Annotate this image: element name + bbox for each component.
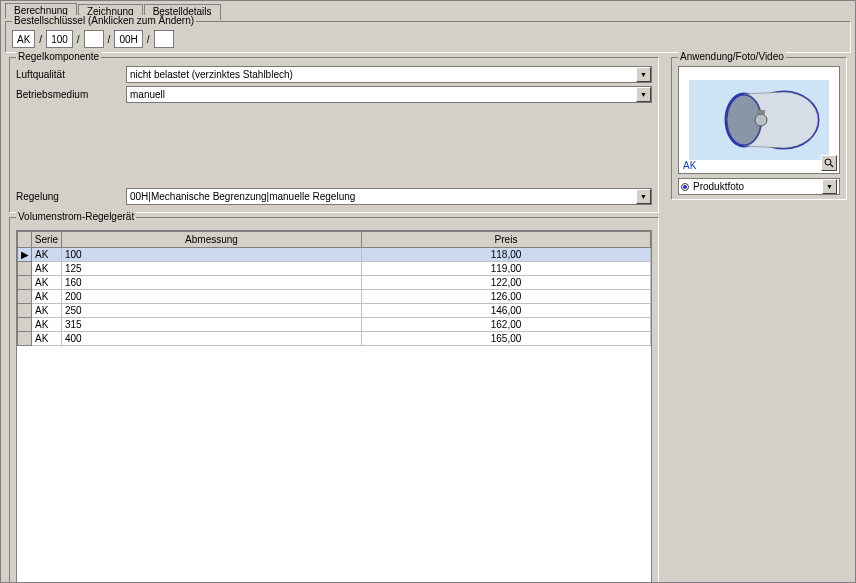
luftqualitaet-select[interactable]: nicht belastet (verzinktes Stahlblech) ▼: [126, 66, 652, 83]
table-row[interactable]: AK125119,00: [18, 262, 651, 276]
table-row[interactable]: AK315162,00: [18, 318, 651, 332]
cell-preis: 146,00: [362, 304, 651, 318]
orderkey-part-3[interactable]: 00H: [114, 30, 142, 48]
col-preis[interactable]: Preis: [362, 232, 651, 248]
row-marker: [18, 262, 32, 276]
regelung-select[interactable]: 00H|Mechanische Begrenzung|manuelle Rege…: [126, 188, 652, 205]
cell-serie: AK: [32, 290, 62, 304]
row-marker: [18, 318, 32, 332]
media-legend: Anwendung/Foto/Video: [678, 51, 786, 62]
price-table-container: Serie Abmessung Preis ▶AK100118,00AK1251…: [16, 230, 652, 583]
svg-point-5: [825, 159, 831, 165]
table-row[interactable]: AK400165,00: [18, 332, 651, 346]
product-caption: AK: [683, 160, 696, 171]
table-row[interactable]: AK250146,00: [18, 304, 651, 318]
cell-serie: AK: [32, 262, 62, 276]
chevron-down-icon: ▼: [636, 87, 651, 102]
regelkomponente-legend: Regelkomponente: [16, 51, 101, 62]
row-marker: [18, 332, 32, 346]
cell-serie: AK: [32, 332, 62, 346]
media-type-label: Produktfoto: [693, 181, 818, 192]
betriebsmedium-label: Betriebsmedium: [16, 89, 126, 100]
cell-preis: 162,00: [362, 318, 651, 332]
svg-line-6: [830, 164, 833, 167]
orderkey-part-0[interactable]: AK: [12, 30, 35, 48]
price-table: Serie Abmessung Preis ▶AK100118,00AK1251…: [17, 231, 651, 346]
row-marker: [18, 276, 32, 290]
chevron-down-icon: ▼: [822, 179, 837, 194]
product-image: AK: [678, 66, 840, 174]
chevron-down-icon: ▼: [636, 67, 651, 82]
table-group: Volumenstrom-Regelgerät Serie Abmessung …: [9, 217, 659, 583]
regelung-value: 00H|Mechanische Begrenzung|manuelle Rege…: [127, 191, 636, 202]
radio-icon: [681, 183, 689, 191]
cell-abmessung: 160: [62, 276, 362, 290]
betriebsmedium-value: manuell: [127, 89, 636, 100]
table-row[interactable]: ▶AK100118,00: [18, 248, 651, 262]
table-row[interactable]: AK160122,00: [18, 276, 651, 290]
cell-abmessung: 400: [62, 332, 362, 346]
row-marker: ▶: [18, 248, 32, 262]
cell-serie: AK: [32, 304, 62, 318]
media-type-select[interactable]: Produktfoto ▼: [678, 178, 840, 195]
col-serie[interactable]: Serie: [32, 232, 62, 248]
cell-abmessung: 250: [62, 304, 362, 318]
cell-serie: AK: [32, 248, 62, 262]
row-marker: [18, 290, 32, 304]
orderkey-sep: /: [37, 34, 44, 45]
row-selector-header: [18, 232, 32, 248]
betriebsmedium-select[interactable]: manuell ▼: [126, 86, 652, 103]
orderkey-group: Bestellschlüssel (Anklicken zum Ändern) …: [5, 21, 851, 53]
damper-illustration: [689, 80, 829, 160]
cell-preis: 122,00: [362, 276, 651, 290]
orderkey-part-2[interactable]: [84, 30, 104, 48]
cell-preis: 118,00: [362, 248, 651, 262]
orderkey-part-4[interactable]: [154, 30, 174, 48]
cell-serie: AK: [32, 276, 62, 290]
media-group: Anwendung/Foto/Video AK: [671, 57, 847, 200]
svg-rect-4: [757, 110, 765, 114]
cell-abmessung: 200: [62, 290, 362, 304]
table-row[interactable]: AK200126,00: [18, 290, 651, 304]
cell-preis: 126,00: [362, 290, 651, 304]
luftqualitaet-label: Luftqualität: [16, 69, 126, 80]
orderkey-legend: Bestellschlüssel (Anklicken zum Ändern): [12, 15, 196, 26]
cell-abmessung: 100: [62, 248, 362, 262]
cell-abmessung: 315: [62, 318, 362, 332]
table-legend: Volumenstrom-Regelgerät: [16, 211, 136, 222]
cell-serie: AK: [32, 318, 62, 332]
orderkey-part-1[interactable]: 100: [46, 30, 73, 48]
cell-abmessung: 125: [62, 262, 362, 276]
regelung-label: Regelung: [16, 191, 126, 202]
magnifier-icon: [824, 158, 834, 168]
svg-point-3: [755, 114, 767, 126]
cell-preis: 119,00: [362, 262, 651, 276]
chevron-down-icon: ▼: [636, 189, 651, 204]
row-marker: [18, 304, 32, 318]
col-abmessung[interactable]: Abmessung: [62, 232, 362, 248]
zoom-button[interactable]: [821, 155, 837, 171]
luftqualitaet-value: nicht belastet (verzinktes Stahlblech): [127, 69, 636, 80]
regelkomponente-group: Regelkomponente Luftqualität nicht belas…: [9, 57, 659, 213]
cell-preis: 165,00: [362, 332, 651, 346]
